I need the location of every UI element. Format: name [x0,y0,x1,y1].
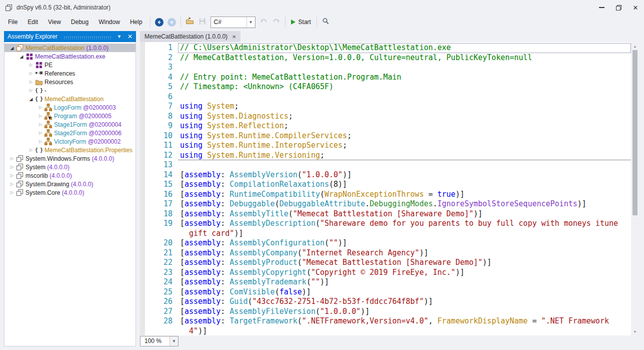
code-text[interactable]: using System.Runtime.Versioning; [178,151,631,161]
menu-window[interactable]: Window [94,16,125,28]
tree-node[interactable]: ◢{ }MemeCatBattlestation [4,95,136,103]
menu-edit[interactable]: Edit [22,16,43,28]
tree-node[interactable]: ▷System.Drawing (4.0.0.0) [4,180,136,188]
tree-node[interactable]: ◢MemeCatBattlestation (1.0.0.0) [4,44,136,52]
code-text[interactable] [178,92,631,102]
expander-icon[interactable]: ▷ [37,122,44,127]
code-text[interactable]: [assembly: AssemblyTitle("Memecat Battle… [178,209,631,219]
line-number: 9 [140,121,172,131]
code-text[interactable]: using System.Runtime.CompilerServices; [178,131,631,141]
expander-icon[interactable]: ▷ [37,139,44,144]
code-text[interactable]: [assembly: AssemblyFileVersion("1.0.0.0"… [178,307,631,317]
title-bar: dnSpy v6.0.5 (32-bit, Administrator) ✕ [0,0,644,15]
vertical-scrollbar[interactable]: ▲ ▼ [631,42,639,335]
code-text[interactable]: [assembly: AssemblyProduct("Memecat Batt… [178,258,631,268]
code-text[interactable]: using System.Runtime.InteropServices; [178,141,631,151]
panel-drag-grip[interactable] [64,36,112,39]
scroll-up-icon[interactable]: ▲ [631,42,639,50]
minimize-button[interactable] [593,0,610,15]
tree-node[interactable]: ▷PE [4,61,136,69]
language-selector[interactable]: C# ▼ [210,17,256,28]
undo-button[interactable] [258,16,270,28]
code-text[interactable]: 4")] [178,326,631,336]
code-text[interactable]: using System; [178,102,631,112]
code-text[interactable]: [assembly: AssemblyTrademark("")] [178,277,631,287]
tree-node[interactable]: ▷mscorlib (4.0.0.0) [4,171,136,180]
code-text[interactable]: [assembly: ComVisible(false)] [178,287,631,297]
code-text[interactable] [178,63,631,73]
expander-icon[interactable]: ▷ [8,173,16,178]
close-button[interactable]: ✕ [627,0,644,15]
code-text[interactable]: // MemeCatBattlestation, Version=1.0.0.0… [178,53,631,63]
tree-node[interactable]: ▷{ }MemeCatBattlestation.Properties [4,146,136,154]
back-icon [155,18,164,27]
tree-node[interactable]: ▷Stage1Form @02000004 [4,120,136,129]
expander-icon[interactable]: ▷ [37,105,44,110]
code-text[interactable]: gift card")] [178,229,631,239]
tree-node[interactable]: ▷System (4.0.0.0) [4,163,136,171]
code-text[interactable]: // Entry point: MemeCatBattlestation.Pro… [178,73,631,83]
nav-forward-button[interactable] [166,16,178,28]
tree-node[interactable]: ▷Stage2Form @02000006 [4,129,136,137]
expander-icon[interactable]: ▷ [8,156,16,161]
expander-icon[interactable]: ▷ [28,80,34,84]
code-text[interactable]: [assembly: AssemblyCompany("Internet Res… [178,248,631,258]
tree-node[interactable]: ▷System.Windows.Forms (4.0.0.0) [4,154,136,163]
code-text[interactable]: // C:\Users\Administrator\Desktop\1\Meme… [178,43,631,53]
code-text[interactable]: [assembly: CompilationRelaxations(8)] [178,180,631,190]
expander-icon[interactable]: ▷ [28,63,34,67]
expander-icon[interactable]: ▷ [37,114,44,118]
expander-icon[interactable]: ▷ [28,148,34,152]
code-text[interactable]: [assembly: AssemblyCopyright("Copyright … [178,268,631,278]
expander-icon[interactable]: ▷ [37,131,44,135]
expander-icon[interactable]: ▷ [8,182,16,186]
tree-node[interactable]: ▷Resources [4,78,136,86]
code-text[interactable]: // Timestamp: <Unknown> (C4FA065F) [178,82,631,92]
code-token: "" [311,277,320,286]
menu-view[interactable]: View [43,16,66,28]
tab-close-icon[interactable]: ✕ [232,34,236,40]
tree-node[interactable]: ▷VictoryForm @02000002 [4,137,136,146]
tree-node[interactable]: ▷Program @02000005 [4,112,136,120]
code-text[interactable]: [assembly: Guid("43cc7632-2751-4b72-b53f… [178,297,631,307]
search-button[interactable] [320,16,332,28]
restore-button[interactable] [610,0,627,15]
code-text[interactable]: [assembly: RuntimeCompatibility(WrapNonE… [178,190,631,200]
tree-node[interactable]: ◢MemeCatBattlestation.exe [4,52,136,61]
code-text[interactable]: [assembly: TargetFramework(".NETFramewor… [178,316,631,326]
code-token: : [220,258,230,267]
redo-button[interactable] [270,16,282,28]
panel-close-icon[interactable]: ✕ [128,34,132,40]
tree-node[interactable]: ▷System.Core (4.0.0.0) [4,188,136,197]
code-text[interactable]: [assembly: AssemblyConfiguration("")] [178,238,631,248]
start-debug-button[interactable]: Start [288,16,314,28]
code-text[interactable] [178,160,631,170]
tree-node[interactable]: ▷References [4,69,136,78]
menu-help[interactable]: Help [125,16,148,28]
code-text[interactable]: [assembly: AssemblyDescription("Sharewar… [178,219,631,229]
expander-icon[interactable]: ▷ [8,190,16,195]
tab-memecatbattlestation[interactable]: MemeCatBattlestation (1.0.0.0) ✕ [140,31,240,42]
expander-icon[interactable]: ◢ [8,46,16,51]
tree-node[interactable]: ▷LogoForm @02000003 [4,103,136,112]
tree-node[interactable]: ▷{ }- [4,86,136,95]
expander-icon[interactable]: ◢ [18,54,25,59]
code-text[interactable]: using System.Reflection; [178,121,631,131]
assembly-explorer-header[interactable]: Assembly Explorer ▼ ✕ [4,31,136,42]
expander-icon[interactable]: ◢ [28,97,34,102]
expander-icon[interactable]: ▷ [28,71,34,76]
scrollbar-thumb[interactable] [632,50,638,215]
nav-back-button[interactable] [153,16,166,28]
menu-debug[interactable]: Debug [66,16,94,28]
menu-file[interactable]: File [3,16,22,28]
code-text[interactable]: using System.Diagnostics; [178,112,631,122]
expander-icon[interactable]: ▷ [28,88,34,93]
code-text[interactable]: [assembly: AssemblyVersion("1.0.0.0")] [178,170,631,180]
panel-menu-chevron-icon[interactable]: ▼ [117,34,122,39]
expander-icon[interactable]: ▷ [8,165,16,169]
zoom-level-selector[interactable]: 100 % ▼ [140,336,178,346]
save-button[interactable] [196,16,208,28]
code-text[interactable]: [assembly: Debuggable(DebuggableAttribut… [178,199,631,209]
scroll-down-icon[interactable]: ▼ [631,327,639,335]
open-file-button[interactable] [184,16,196,28]
